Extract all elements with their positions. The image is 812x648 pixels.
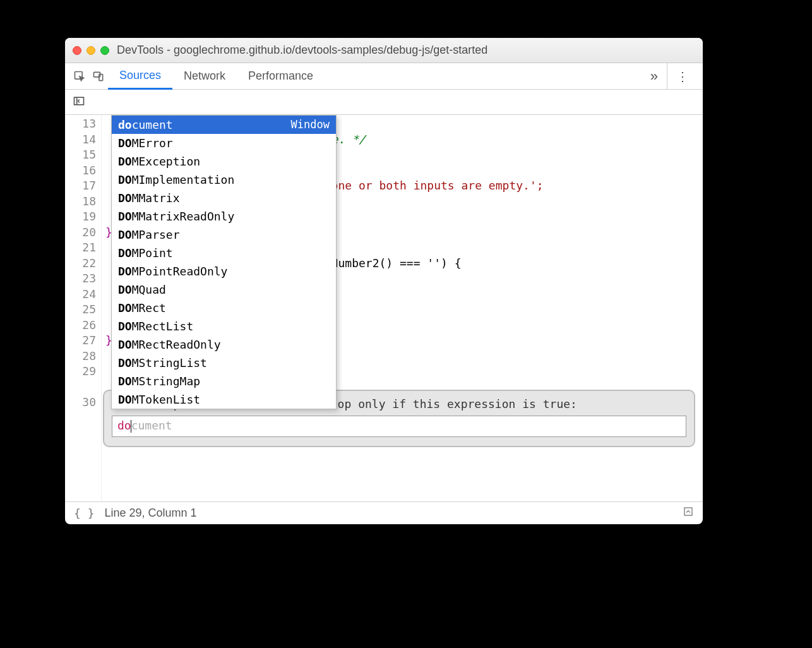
breakpoint-expression-input[interactable]: document	[112, 416, 686, 437]
line-number[interactable]: 16	[65, 163, 96, 179]
autocomplete-item[interactable]: DOMStringMap	[112, 372, 336, 390]
autocomplete-item[interactable]: DOMTokenList	[112, 390, 336, 409]
line-number[interactable]: 29	[65, 364, 96, 380]
autocomplete-item[interactable]: DOMPoint	[112, 244, 336, 262]
autocomplete-item[interactable]: DOMError	[112, 134, 336, 152]
line-number[interactable]: 20	[65, 225, 96, 241]
tab-sources[interactable]: Sources	[108, 64, 172, 90]
svg-rect-4	[684, 508, 692, 515]
autocomplete-item[interactable]: DOMQuad	[112, 280, 336, 299]
autocomplete-item[interactable]: DOMRect	[112, 299, 336, 317]
autocomplete-item[interactable]: DOMMatrixReadOnly	[112, 207, 336, 225]
line-number[interactable]: 27	[65, 333, 96, 349]
input-suggestion: cument	[131, 419, 172, 432]
line-number[interactable]: 18	[65, 194, 96, 210]
code-editor[interactable]: 1314151617181920212223242526272829 30 en…	[65, 115, 703, 501]
autocomplete-item[interactable]: DOMStringList	[112, 354, 336, 372]
autocomplete-item[interactable]: DOMMatrix	[112, 189, 336, 207]
tab-performance[interactable]: Performance	[237, 63, 325, 89]
line-number[interactable]: 25	[65, 302, 96, 318]
svg-rect-3	[75, 97, 84, 105]
line-number[interactable]: 17	[65, 178, 96, 194]
traffic-lights	[73, 46, 109, 55]
navigator-toggle-icon[interactable]	[73, 95, 85, 110]
autocomplete-item[interactable]: DOMImplementation	[112, 171, 336, 189]
line-number[interactable]: 28	[65, 349, 96, 364]
code-line: r: one or both inputs are empty.';	[311, 179, 543, 192]
device-icon[interactable]	[89, 70, 108, 83]
window-title: DevTools - googlechrome.github.io/devtoo…	[117, 44, 487, 57]
line-number[interactable]	[65, 380, 96, 395]
autocomplete-popup[interactable]: documentWindowDOMErrorDOMExceptionDOMImp…	[111, 115, 337, 409]
autocomplete-item[interactable]: DOMPointReadOnly	[112, 262, 336, 280]
line-number[interactable]: 19	[65, 209, 96, 225]
sources-toolbar	[65, 90, 703, 115]
line-number[interactable]: 15	[65, 147, 96, 163]
inspect-icon[interactable]	[70, 70, 89, 83]
autocomplete-item[interactable]: DOMRectList	[112, 317, 336, 335]
pretty-print-icon[interactable]: { }	[74, 507, 95, 520]
cursor-position: Line 29, Column 1	[105, 507, 197, 520]
line-number[interactable]: 26	[65, 318, 96, 333]
collapse-icon[interactable]	[683, 506, 694, 520]
devtools-window: DevTools - googlechrome.github.io/devtoo…	[65, 38, 703, 524]
more-tabs-icon[interactable]: »	[642, 68, 667, 85]
autocomplete-item[interactable]: DOMRectReadOnly	[112, 335, 336, 354]
line-gutter: 1314151617181920212223242526272829 30	[65, 115, 102, 501]
tabbar: Sources Network Performance » ⋮	[65, 63, 703, 90]
line-number[interactable]: 13	[65, 116, 96, 132]
line-number[interactable]: 23	[65, 271, 96, 287]
minimize-button[interactable]	[87, 46, 95, 55]
autocomplete-item[interactable]: documentWindow	[112, 116, 336, 134]
autocomplete-item[interactable]: DOMException	[112, 152, 336, 171]
line-number[interactable]: 24	[65, 287, 96, 303]
titlebar: DevTools - googlechrome.github.io/devtoo…	[65, 38, 703, 63]
close-button[interactable]	[73, 46, 81, 55]
line-number[interactable]: 30	[65, 395, 96, 411]
line-number[interactable]: 14	[65, 132, 96, 148]
input-typed: do	[117, 419, 131, 432]
statusbar: { } Line 29, Column 1	[65, 501, 703, 524]
line-number[interactable]: 22	[65, 256, 96, 272]
autocomplete-item[interactable]: DOMParser	[112, 225, 336, 244]
zoom-button[interactable]	[100, 46, 109, 55]
line-number[interactable]: 21	[65, 240, 96, 256]
tab-network[interactable]: Network	[172, 63, 237, 89]
kebab-menu-icon[interactable]: ⋮	[667, 63, 698, 89]
